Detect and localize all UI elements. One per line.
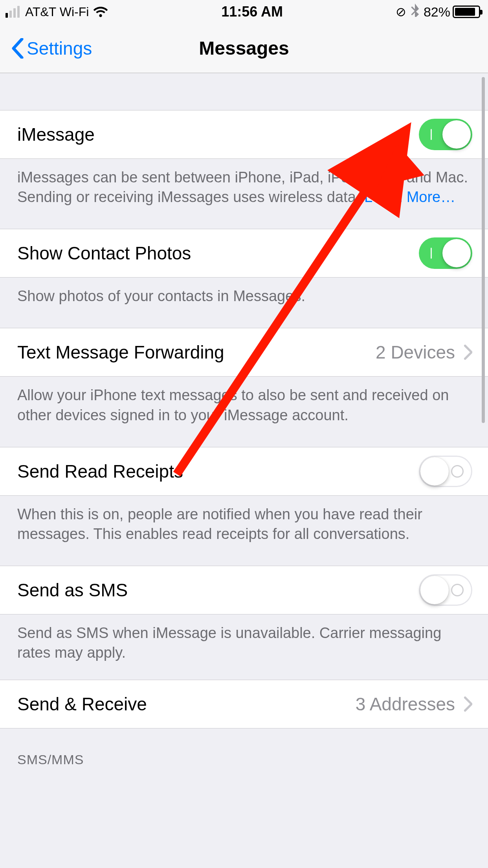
row-label: Send Read Receipts — [17, 461, 183, 482]
footer-text-forwarding: Allow your iPhone text messages to also … — [0, 377, 488, 447]
row-value: 2 Devices — [376, 342, 455, 363]
row-label: Text Message Forwarding — [17, 342, 224, 363]
row-send-read-receipts[interactable]: Send Read Receipts — [0, 447, 488, 496]
footer-show-contact-photos: Show photos of your contacts in Messages… — [0, 278, 488, 328]
toggle-send-as-sms[interactable] — [419, 574, 472, 606]
nav-bar: Settings Messages — [0, 24, 488, 73]
settings-content: iMessage iMessages can be sent between i… — [0, 73, 488, 868]
chevron-right-icon — [464, 344, 472, 360]
battery-icon — [453, 6, 480, 18]
section-header-smsmms: SMS/MMS — [0, 728, 488, 773]
toggle-imessage[interactable] — [419, 119, 472, 150]
bluetooth-icon — [410, 4, 420, 20]
row-value: 3 Addresses — [356, 693, 455, 715]
toggle-show-contact-photos[interactable] — [419, 237, 472, 269]
orientation-lock-icon: ⊘ — [396, 4, 406, 19]
row-label: Show Contact Photos — [17, 243, 191, 264]
footer-send-as-sms: Send as SMS when iMessage is unavailable… — [0, 614, 488, 680]
footer-read-receipts: When this is on, people are notified whe… — [0, 496, 488, 566]
carrier-label: AT&T Wi-Fi — [25, 5, 89, 19]
learn-more-link[interactable]: Learn More… — [364, 189, 455, 205]
battery-percent: 82% — [424, 4, 450, 20]
status-bar: AT&T Wi-Fi 11:56 AM ⊘ 82% — [0, 0, 488, 24]
row-imessage[interactable]: iMessage — [0, 110, 488, 159]
toggle-read-receipts[interactable] — [419, 456, 472, 487]
row-label: Send as SMS — [17, 579, 128, 601]
row-label: Send & Receive — [17, 693, 147, 715]
scroll-indicator[interactable] — [482, 77, 485, 423]
row-send-as-sms[interactable]: Send as SMS — [0, 566, 488, 614]
row-label: iMessage — [17, 124, 95, 145]
wifi-icon — [93, 4, 108, 20]
chevron-right-icon — [464, 696, 472, 712]
status-time: 11:56 AM — [221, 4, 283, 20]
back-button[interactable]: Settings — [12, 38, 92, 59]
row-text-message-forwarding[interactable]: Text Message Forwarding 2 Devices — [0, 328, 488, 377]
cell-signal-icon — [6, 6, 20, 18]
row-send-and-receive[interactable]: Send & Receive 3 Addresses — [0, 680, 488, 728]
row-show-contact-photos[interactable]: Show Contact Photos — [0, 229, 488, 278]
footer-imessage: iMessages can be sent between iPhone, iP… — [0, 159, 488, 229]
back-label: Settings — [27, 38, 92, 59]
